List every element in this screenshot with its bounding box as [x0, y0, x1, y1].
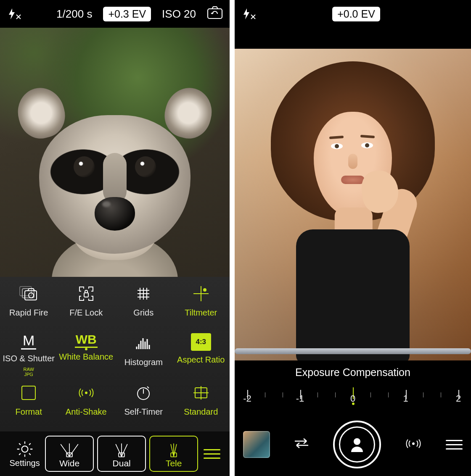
tool-label: Tiltmeter [185, 308, 217, 318]
scale-label: -1 [296, 393, 304, 404]
standard-tool[interactable]: Standard [172, 383, 230, 432]
tiltmeter-icon [191, 284, 211, 304]
viewfinder[interactable] [0, 28, 230, 277]
white-balance-tool[interactable]: WB White Balance [58, 333, 115, 383]
aspect-ratio-badge: 4:3 [191, 333, 211, 351]
flash-toggle[interactable] [7, 8, 30, 20]
histogram-icon [133, 333, 153, 353]
shutter-speed-readout[interactable]: 1/200 s [56, 8, 92, 21]
bottom-dock [235, 413, 471, 476]
tool-label: Anti-Shake [66, 407, 107, 417]
self-timer-tool[interactable]: Self-Timer [115, 383, 172, 432]
tool-label: Standard [184, 407, 218, 417]
lens-label: Wide [59, 458, 79, 468]
swap-icon [292, 437, 311, 450]
lens-tele-icon [163, 442, 185, 458]
exposure-compensation-label: Exposure Compensation [235, 366, 471, 379]
tool-label: Histogram [124, 358, 163, 367]
tool-label: Aspect Ratio [177, 355, 225, 365]
histogram-tool[interactable]: Histogram [115, 333, 172, 383]
svg-point-15 [354, 438, 360, 445]
ev-pill[interactable]: +0.0 EV [332, 7, 380, 21]
lens-wide[interactable]: Wide [45, 436, 94, 472]
svg-point-6 [203, 288, 206, 292]
camera-screen-exposure: +0.0 EV Exposure Compensation -2-1012 [235, 0, 471, 476]
gear-icon [16, 440, 34, 458]
exposure-scale[interactable]: -2-1012 [235, 383, 471, 411]
rapid-fire-icon [19, 284, 39, 304]
lens-label: Dual [113, 458, 131, 468]
fe-lock-icon [76, 284, 96, 304]
svg-rect-0 [208, 9, 222, 18]
bottom-dock: Settings Wide Dual Tele [0, 431, 230, 476]
flash-toggle[interactable] [241, 8, 265, 20]
tiltmeter-tool[interactable]: Tiltmeter [172, 284, 230, 333]
lens-dual-icon [111, 442, 132, 458]
settings-label: Settings [9, 458, 40, 468]
scale-label: 2 [456, 393, 461, 404]
top-bar: +0.0 EV [235, 0, 471, 28]
anti-shake-icon [76, 383, 96, 403]
camera-flip-icon [207, 6, 223, 19]
lens-wide-icon [58, 442, 80, 458]
settings-button[interactable]: Settings [4, 440, 45, 468]
grids-tool[interactable]: Grids [115, 284, 172, 333]
wb-icon: WB [75, 333, 98, 348]
viewfinder-subject [22, 75, 207, 277]
tools-panel: Rapid Fire F/E Lock Grids [0, 277, 230, 476]
reticle-icon [191, 383, 211, 403]
lens-selector: Wide Dual Tele [45, 436, 198, 472]
top-bar: 1/200 s +0.3 EV ISO 20 [0, 0, 230, 28]
grids-icon [133, 284, 153, 304]
lens-tele[interactable]: Tele [149, 436, 198, 472]
iso-readout[interactable]: ISO 20 [162, 8, 196, 21]
tool-label: F/E Lock [69, 308, 103, 318]
tool-label: Rapid Fire [9, 308, 48, 318]
camera-screen-tools: 1/200 s +0.3 EV ISO 20 [0, 0, 230, 476]
lens-label: Tele [166, 458, 182, 468]
anti-shake-icon [403, 434, 423, 454]
viewfinder[interactable] [235, 49, 471, 360]
svg-rect-7 [22, 386, 35, 400]
ev-pill[interactable]: +0.3 EV [103, 7, 151, 21]
self-timer-icon [133, 383, 153, 403]
anti-shake-button[interactable] [403, 434, 423, 455]
aspect-ratio-tool[interactable]: 4:3 Aspect Ratio [172, 333, 230, 383]
tools-menu-button[interactable] [198, 449, 225, 459]
swap-button[interactable] [292, 437, 311, 453]
gallery-thumbnail[interactable] [243, 431, 270, 458]
svg-point-11 [21, 446, 28, 452]
tool-label: Self-Timer [124, 407, 163, 417]
tool-label: Format [16, 407, 42, 417]
x-icon [16, 14, 21, 20]
x-icon [250, 14, 256, 20]
scale-label: 1 [403, 393, 408, 404]
tool-label: White Balance [59, 352, 113, 362]
shutter-button[interactable] [333, 421, 381, 468]
tool-label: ISO & Shutter [3, 354, 55, 363]
tool-label: Grids [133, 308, 153, 318]
scale-label: -2 [243, 393, 251, 404]
camera-flip-button[interactable] [207, 6, 223, 22]
format-badge: RAWJPG [24, 367, 34, 377]
format-icon [19, 383, 39, 403]
svg-rect-5 [84, 293, 88, 297]
anti-shake-tool[interactable]: Anti-Shake [58, 383, 115, 432]
portrait-mode-icon [347, 434, 367, 455]
format-tool[interactable]: RAWJPG Format [0, 383, 58, 432]
svg-point-8 [85, 392, 87, 394]
lens-dual[interactable]: Dual [97, 436, 146, 472]
rapid-fire-tool[interactable]: Rapid Fire [0, 284, 58, 333]
svg-point-16 [412, 442, 415, 445]
tools-menu-button[interactable] [446, 440, 463, 450]
m-icon: M [21, 333, 36, 350]
fe-lock-tool[interactable]: F/E Lock [58, 284, 115, 333]
